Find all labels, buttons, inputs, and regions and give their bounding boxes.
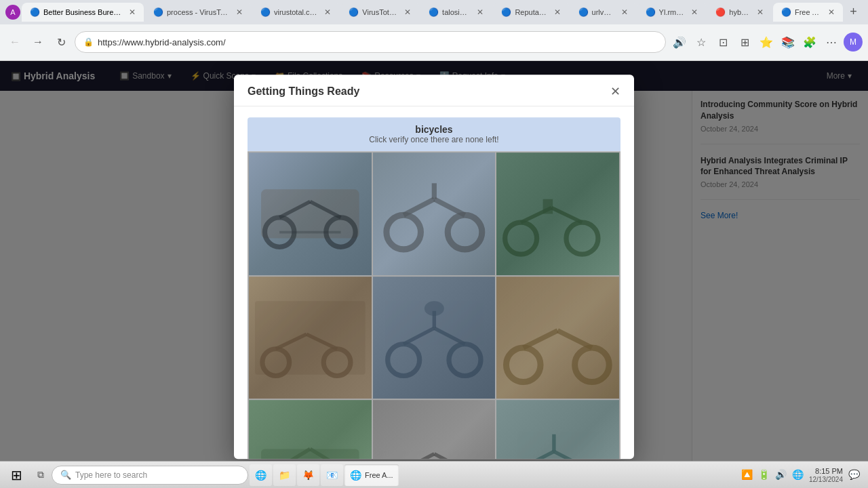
tab-close-free[interactable]: ✕ (828, 7, 835, 17)
page-area: 🔲 Hybrid Analysis 🔲 Sandbox ▾ ⚡ Quick Sc… (0, 61, 868, 488)
tab-vt2[interactable]: 🔵 VirusTota... ✕ (340, 3, 419, 22)
taskbar-outlook[interactable]: 📧 (321, 464, 343, 486)
svg-rect-17 (543, 199, 553, 214)
firefox-icon: 🦊 (302, 470, 314, 481)
tab-free[interactable]: 🔵 Free A... ✕ (773, 3, 843, 22)
modal-close-button[interactable]: ✕ (610, 85, 620, 98)
task-view-button[interactable]: ⧉ (31, 466, 50, 485)
tab-favicon-vt2: 🔵 (349, 7, 358, 17)
refresh-button[interactable]: ↻ (52, 33, 71, 52)
svg-line-26 (434, 328, 465, 344)
tab-close-bbb[interactable]: ✕ (129, 7, 136, 17)
taskbar-browser-active[interactable]: 🌐 Free A... (344, 464, 399, 486)
tab-hybri[interactable]: 🔴 hybri... ✕ (707, 3, 772, 22)
tab-favicon-ylrms: 🔵 (646, 7, 655, 17)
tab-favicon-talos: 🔵 (429, 7, 438, 17)
tab-close-ylrms[interactable]: ✕ (691, 7, 698, 17)
browser-controls: ← → ↻ 🔒 https://www.hybrid-analysis.com/… (0, 24, 868, 60)
tray-volume[interactable]: 🔊 (775, 469, 787, 480)
tab-close-urlvoi[interactable]: ✕ (621, 7, 628, 17)
captcha-cell-6-image (496, 277, 619, 399)
tab-close-reputa[interactable]: ✕ (554, 7, 561, 17)
tray-clock[interactable]: 8:15 PM 12/13/2024 (809, 466, 843, 483)
browser-active-icon: 🌐 (350, 470, 361, 481)
captcha-cell-3[interactable] (496, 152, 619, 275)
tab-label-talos: talosint... (442, 8, 470, 16)
tab-close-vt2[interactable]: ✕ (404, 7, 411, 17)
collections-button[interactable]: 📚 (778, 33, 797, 52)
tab-ylrms[interactable]: 🔵 Yl.rms... ✕ (637, 3, 707, 22)
captcha-cell-2[interactable] (373, 152, 496, 275)
taskbar-firefox[interactable]: 🦊 (297, 464, 319, 486)
tab-talos[interactable]: 🔵 talosint... ✕ (420, 3, 492, 22)
tab-urlvoi[interactable]: 🔵 urlvoi... ✕ (570, 3, 636, 22)
captcha-cell-6[interactable] (496, 277, 619, 399)
split-screen-button[interactable]: ⊞ (735, 33, 754, 52)
tray-up-arrow[interactable]: 🔼 (741, 469, 753, 480)
captcha-cell-7[interactable] (249, 401, 372, 460)
taskbar-file-explorer[interactable]: 📁 (273, 464, 296, 486)
svg-line-42 (403, 454, 434, 459)
edge-icon: 🌐 (255, 470, 267, 481)
svg-line-43 (434, 454, 465, 459)
svg-line-47 (554, 451, 585, 459)
start-button[interactable]: ⊞ (3, 464, 30, 486)
read-aloud-button[interactable]: 🔊 (670, 33, 689, 52)
taskbar-edge[interactable]: 🌐 (250, 464, 272, 486)
start-icon: ⊞ (11, 467, 22, 483)
back-button[interactable]: ← (5, 33, 24, 52)
tray-date: 12/13/2024 (809, 476, 843, 483)
modal-header: Getting Things Ready ✕ (234, 75, 634, 106)
tab-close-talos[interactable]: ✕ (477, 7, 484, 17)
svg-line-10 (403, 199, 434, 215)
tab-close-vt[interactable]: ✕ (324, 7, 331, 17)
new-tab-button[interactable]: + (844, 3, 863, 22)
tab-label-process: process - VirusTotal (167, 8, 229, 16)
browser-view-button[interactable]: ⊡ (713, 33, 732, 52)
tab-reputa[interactable]: 🔵 Reputati... ✕ (493, 3, 568, 22)
tab-label-urlvoi: urlvoi... (592, 8, 614, 16)
tab-favicon-bbb: 🔵 (30, 7, 39, 17)
captcha-cell-9[interactable] (496, 401, 619, 460)
svg-line-11 (434, 199, 465, 215)
forward-button[interactable]: → (28, 33, 47, 52)
svg-line-25 (403, 328, 434, 344)
taskbar-tray: 🔼 🔋 🔊 🌐 8:15 PM 12/13/2024 💬 (741, 466, 865, 483)
captcha-word: bicycles (415, 124, 452, 135)
outlook-icon: 📧 (326, 470, 338, 481)
captcha-grid (248, 151, 620, 459)
svg-point-23 (387, 344, 419, 375)
taskbar-search[interactable]: 🔍 Type here to search (52, 466, 248, 485)
tab-favicon-vt: 🔵 (260, 7, 270, 17)
captcha-cell-5[interactable] (373, 277, 496, 399)
captcha-subtitle: Click verify once there are none left! (257, 135, 611, 144)
profile-avatar[interactable]: A (5, 5, 20, 20)
tab-process[interactable]: 🔵 process - VirusTotal ✕ (145, 3, 251, 22)
captcha-cell-1[interactable] (249, 152, 372, 275)
tab-label-hybri: hybri... (729, 8, 750, 16)
tab-bbb[interactable]: 🔵 Better Business Bureau... ✕ (22, 3, 144, 22)
tab-close-hybri[interactable]: ✕ (757, 7, 764, 17)
tab-close-process[interactable]: ✕ (236, 7, 243, 17)
captcha-instruction: bicycles Click verify once there are non… (248, 117, 620, 151)
favorites-button[interactable]: ☆ (692, 33, 711, 52)
favorites-bar-button[interactable]: ⭐ (757, 33, 776, 52)
svg-point-13 (505, 222, 537, 254)
tab-virustotal[interactable]: 🔵 virustotal.com ✕ (252, 3, 339, 22)
captcha-cell-8-image (373, 401, 496, 460)
settings-button[interactable]: ⋯ (822, 33, 841, 52)
svg-point-14 (566, 222, 598, 254)
modal-title: Getting Things Ready (248, 85, 359, 98)
tray-network[interactable]: 🌐 (792, 469, 804, 480)
tab-label-bbb: Better Business Bureau... (43, 8, 122, 16)
address-bar[interactable]: 🔒 https://www.hybrid-analysis.com/ (75, 31, 666, 53)
extensions-button[interactable]: 🧩 (800, 33, 819, 52)
captcha-cell-7-image (249, 401, 372, 460)
tray-battery[interactable]: 🔋 (758, 469, 770, 480)
search-icon: 🔍 (60, 470, 71, 480)
captcha-cell-4-image (249, 277, 372, 399)
captcha-cell-4[interactable] (249, 277, 372, 399)
copilot-button[interactable]: M (844, 33, 863, 52)
tray-notification[interactable]: 💬 (848, 469, 860, 480)
captcha-cell-8[interactable] (373, 401, 496, 460)
